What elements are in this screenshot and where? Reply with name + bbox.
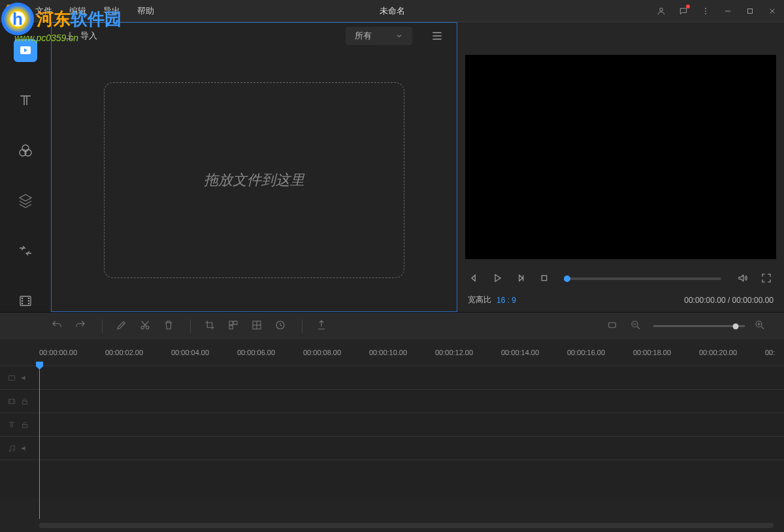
svg-point-17 — [28, 298, 29, 298]
account-icon[interactable] — [656, 6, 666, 16]
filter-label: 所有 — [355, 30, 372, 42]
svg-point-19 — [28, 303, 29, 304]
export-clip-button[interactable] — [316, 319, 330, 334]
svg-rect-27 — [234, 321, 237, 324]
chevron-down-icon — [395, 32, 403, 40]
svg-point-14 — [22, 298, 22, 298]
menu-bar: 文件 编辑 导出 帮助 — [29, 3, 161, 19]
prev-frame-button[interactable] — [468, 272, 481, 285]
media-panel: 导入 所有 拖放文件到这里 — [51, 22, 457, 312]
next-frame-button[interactable] — [515, 272, 528, 285]
aspect-value[interactable]: 16 : 9 — [497, 296, 516, 305]
sidebar-text-button[interactable] — [14, 89, 37, 112]
menu-edit[interactable]: 编辑 — [63, 3, 93, 19]
preview-screen — [465, 55, 776, 259]
more-icon[interactable] — [700, 6, 711, 16]
preview-panel: 宽高比 16 : 9 00:00:00.00 / 00:00:00.00 — [457, 22, 784, 312]
drop-zone[interactable]: 拖放文件到这里 — [81, 78, 427, 282]
timeline-scrollbar[interactable] — [39, 523, 774, 528]
lock-icon[interactable] — [20, 420, 29, 430]
svg-line-40 — [761, 326, 764, 329]
track-empty[interactable] — [0, 460, 784, 499]
progress-bar[interactable] — [567, 277, 721, 280]
menu-file[interactable]: 文件 — [29, 3, 59, 19]
menu-export[interactable]: 导出 — [97, 3, 127, 19]
time-display: 00:00:00.00 / 00:00:00.00 — [684, 296, 774, 305]
zoom-in-button[interactable] — [754, 319, 768, 334]
track-video-overlay[interactable] — [0, 366, 784, 389]
text-track-icon — [7, 420, 16, 430]
aspect-label: 宽高比 — [468, 294, 491, 305]
mosaic-button[interactable] — [227, 319, 242, 334]
stop-button[interactable] — [538, 272, 551, 285]
svg-rect-26 — [229, 321, 233, 324]
playhead[interactable] — [39, 366, 40, 519]
import-label: 导入 — [80, 30, 97, 42]
svg-point-2 — [705, 10, 706, 12]
import-icon — [65, 31, 75, 41]
svg-rect-46 — [23, 424, 27, 428]
svg-rect-23 — [542, 275, 547, 281]
crop-button[interactable] — [204, 319, 218, 334]
svg-line-36 — [637, 326, 640, 329]
delete-button[interactable] — [163, 319, 177, 334]
title-bar: 文件 编辑 导出 帮助 未命名 — [0, 0, 784, 22]
svg-point-18 — [28, 300, 29, 301]
svg-point-0 — [660, 8, 663, 11]
fullscreen-button[interactable] — [760, 272, 774, 285]
message-icon[interactable] — [678, 6, 689, 16]
svg-point-3 — [705, 13, 706, 14]
zoom-slider[interactable] — [653, 325, 745, 327]
view-toggle-button[interactable] — [431, 29, 444, 42]
track-text[interactable] — [0, 413, 784, 436]
svg-rect-33 — [609, 322, 616, 328]
svg-point-16 — [22, 303, 22, 304]
cut-button[interactable] — [139, 319, 154, 334]
filter-dropdown[interactable]: 所有 — [346, 27, 412, 45]
close-button[interactable] — [767, 6, 777, 16]
video-track-icon — [7, 373, 16, 383]
freeze-button[interactable] — [251, 319, 265, 334]
timeline: 00:00:00.00 00:00:02.00 00:00:04.00 00:0… — [0, 339, 784, 532]
audio-track-icon — [7, 444, 16, 453]
sidebar-transition-button[interactable] — [14, 240, 37, 262]
svg-rect-5 — [748, 8, 753, 13]
sidebar-media-button[interactable] — [14, 39, 37, 62]
lock-icon[interactable] — [20, 397, 29, 406]
drop-hint: 拖放文件到这里 — [104, 82, 404, 278]
timeline-ruler[interactable]: 00:00:00.00 00:00:02.00 00:00:04.00 00:0… — [0, 349, 784, 366]
video-track-icon — [7, 397, 16, 406]
track-audio[interactable] — [0, 436, 784, 460]
sidebar — [0, 22, 51, 312]
speed-button[interactable] — [274, 319, 289, 334]
mute-icon[interactable] — [20, 373, 29, 383]
window-title: 未命名 — [380, 5, 405, 17]
timeline-toolbar — [0, 312, 784, 339]
app-logo-icon — [7, 5, 20, 18]
svg-point-15 — [22, 300, 22, 301]
tracks — [0, 366, 784, 499]
svg-point-1 — [705, 8, 706, 9]
edit-button[interactable] — [116, 319, 130, 334]
svg-rect-45 — [23, 401, 27, 404]
svg-rect-28 — [229, 325, 233, 328]
sidebar-element-button[interactable] — [14, 289, 37, 312]
minimize-button[interactable] — [723, 6, 733, 16]
import-button[interactable]: 导入 — [65, 30, 97, 42]
maximize-button[interactable] — [745, 6, 755, 16]
svg-rect-41 — [8, 375, 14, 380]
undo-button[interactable] — [51, 319, 65, 334]
menu-help[interactable]: 帮助 — [131, 3, 161, 19]
mute-icon[interactable] — [20, 444, 29, 453]
redo-button[interactable] — [74, 319, 89, 334]
sidebar-filter-button[interactable] — [14, 139, 37, 162]
volume-button[interactable] — [737, 272, 750, 285]
sidebar-overlay-button[interactable] — [14, 189, 37, 212]
play-button[interactable] — [491, 272, 504, 285]
zoom-out-button[interactable] — [630, 319, 644, 334]
track-video-main[interactable] — [0, 389, 784, 413]
fit-button[interactable] — [606, 319, 621, 334]
